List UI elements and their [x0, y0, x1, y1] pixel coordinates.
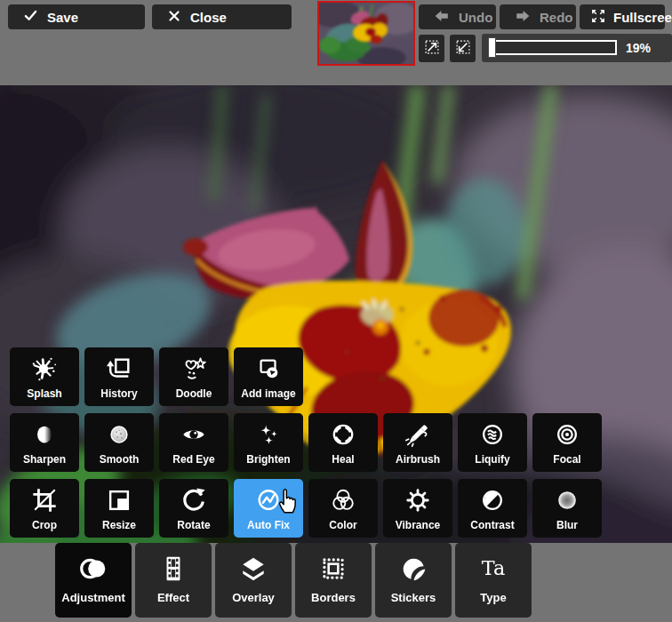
tool-rotate[interactable]: Rotate: [159, 479, 228, 538]
resize-icon: [106, 487, 132, 514]
category-stickers[interactable]: Stickers: [375, 543, 452, 618]
close-label: Close: [190, 10, 227, 25]
zoom-actual-size-button[interactable]: [419, 35, 444, 62]
zoom-percentage: 19%: [626, 34, 651, 62]
heal-icon: [330, 421, 356, 448]
tool-contrast[interactable]: Contrast: [458, 479, 527, 538]
redo-label: Redo: [540, 10, 573, 25]
tool-label: Airbrush: [396, 453, 440, 466]
tool-brighten[interactable]: Brighten: [234, 413, 303, 472]
editor-canvas[interactable]: Splash History Doodle Add image Sharpen …: [0, 85, 672, 543]
rotate-icon: [180, 487, 207, 514]
expand-arrow-icon: [423, 38, 441, 59]
image-thumbnail[interactable]: [317, 1, 415, 66]
history-icon: [106, 355, 132, 382]
tool-doodle[interactable]: Doodle: [159, 347, 228, 406]
tool-sharpen[interactable]: Sharpen: [10, 413, 79, 472]
shrink-arrow-icon: [454, 38, 472, 59]
tool-focal[interactable]: Focal: [532, 413, 602, 472]
photo-flower: [0, 85, 672, 543]
category-type[interactable]: Ta Type: [455, 543, 532, 618]
tool-heal[interactable]: Heal: [308, 413, 378, 472]
zoom-slider-panel: 19%: [482, 34, 672, 62]
tool-label: Sharpen: [23, 453, 66, 466]
type-icon-glyph: Ta: [482, 556, 505, 579]
zoom-fit-screen-button[interactable]: [450, 35, 476, 62]
sharpen-icon: [31, 421, 58, 448]
zoom-slider-handle[interactable]: [488, 37, 496, 58]
tool-label: History: [100, 387, 137, 400]
zoom-slider-track[interactable]: [489, 40, 617, 55]
redo-button[interactable]: Redo: [500, 4, 576, 29]
tool-label: Red Eye: [172, 453, 214, 466]
tool-add-image[interactable]: Add image: [234, 347, 303, 406]
fullscreen-button[interactable]: Fullscreen: [580, 4, 665, 29]
tool-liquify[interactable]: Liquify: [458, 413, 527, 472]
smooth-icon: [106, 421, 132, 448]
tool-label: Crop: [32, 519, 57, 531]
thumbnail-photo: [319, 3, 413, 64]
top-toolbar: Save Close: [0, 0, 672, 85]
tool-label: Splash: [27, 387, 61, 400]
undo-label: Undo: [459, 10, 492, 25]
tool-vibrance[interactable]: Vibrance: [383, 479, 452, 538]
brighten-icon: [255, 421, 282, 448]
tool-resize[interactable]: Resize: [84, 479, 154, 538]
redo-arrow-icon: [515, 8, 531, 27]
tool-label: Doodle: [176, 387, 212, 400]
category-label: Effect: [157, 591, 189, 604]
doodle-icon: [180, 355, 207, 382]
splash-icon: [31, 355, 58, 382]
crop-icon: [31, 487, 58, 514]
undo-button[interactable]: Undo: [419, 4, 496, 29]
tool-label: Smooth: [100, 453, 140, 466]
contrast-icon: [479, 487, 506, 514]
tool-label: Focal: [553, 453, 580, 466]
tool-blur[interactable]: Blur: [532, 479, 602, 538]
fullscreen-label: Fullscreen: [613, 10, 672, 25]
category-label: Borders: [311, 591, 356, 604]
close-icon: [167, 9, 181, 26]
tool-splash[interactable]: Splash: [10, 347, 79, 406]
category-effect[interactable]: Effect: [135, 543, 212, 618]
tool-crop[interactable]: Crop: [10, 479, 79, 538]
vibrance-icon: [404, 487, 431, 514]
stickers-icon: [398, 554, 428, 584]
close-button[interactable]: Close: [152, 4, 292, 29]
effect-icon: [158, 554, 188, 584]
tool-auto-fix[interactable]: Auto Fix: [234, 479, 303, 538]
color-icon: [330, 487, 356, 514]
tool-label: Rotate: [177, 519, 210, 531]
tool-label: Contrast: [470, 519, 514, 531]
airbrush-icon: [404, 421, 431, 448]
category-overlay[interactable]: Overlay: [215, 543, 292, 618]
tool-color[interactable]: Color: [308, 479, 378, 538]
liquify-icon: [479, 421, 506, 448]
tool-label: Auto Fix: [247, 519, 290, 531]
category-label: Overlay: [232, 591, 275, 604]
type-icon: Ta: [478, 554, 508, 584]
tool-label: Add image: [241, 387, 295, 400]
adjustment-icon: [78, 554, 108, 584]
category-borders[interactable]: Borders: [295, 543, 372, 618]
fullscreen-icon: [590, 8, 606, 27]
check-icon: [23, 8, 38, 26]
tool-history[interactable]: History: [84, 347, 154, 406]
tool-smooth[interactable]: Smooth: [84, 413, 154, 472]
category-bar: Adjustment Effect Overlay Borders Sticke…: [0, 543, 672, 622]
focal-icon: [554, 421, 580, 448]
category-label: Stickers: [391, 591, 436, 604]
borders-icon: [318, 554, 348, 584]
tool-red-eye[interactable]: Red Eye: [159, 413, 228, 472]
save-label: Save: [47, 10, 78, 25]
red-eye-icon: [180, 421, 207, 448]
tool-airbrush[interactable]: Airbrush: [383, 413, 452, 472]
category-label: Adjustment: [61, 591, 125, 604]
tool-label: Blur: [556, 519, 578, 531]
category-adjustment[interactable]: Adjustment: [55, 543, 132, 618]
overlay-icon: [238, 554, 268, 584]
tool-label: Resize: [102, 519, 136, 531]
add-image-icon: [255, 355, 282, 382]
tool-label: Color: [329, 519, 356, 531]
save-button[interactable]: Save: [8, 4, 145, 29]
